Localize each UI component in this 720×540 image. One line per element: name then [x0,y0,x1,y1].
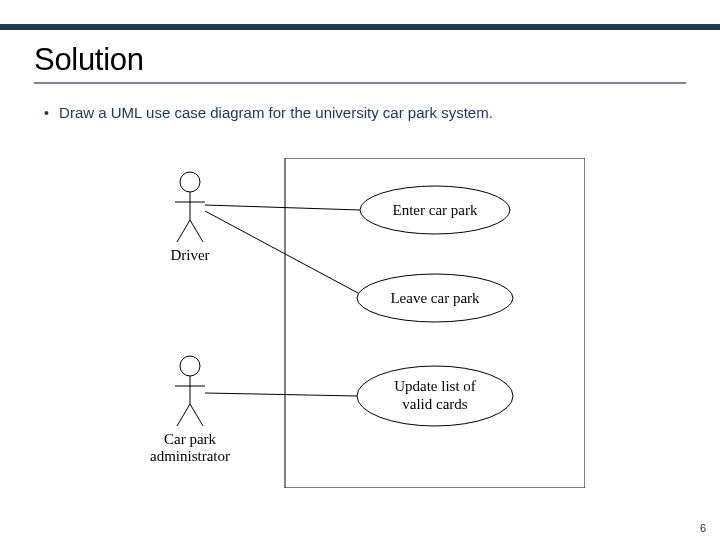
actor-admin-label-1: Car park [164,431,217,447]
actor-driver: Driver [170,172,209,263]
actor-driver-label: Driver [170,247,209,263]
actor-admin-label-2: administrator [150,448,230,464]
svg-point-0 [180,172,200,192]
actor-admin: Car park administrator [150,356,230,464]
svg-line-9 [190,404,203,426]
bullet-item: • Draw a UML use case diagram for the un… [44,104,720,121]
assoc-driver-leave [205,211,358,293]
page-number: 6 [700,522,706,534]
usecase-update-label-2: valid cards [402,396,468,412]
title-underline [34,82,686,84]
svg-point-5 [180,356,200,376]
usecase-enter-label: Enter car park [393,202,478,218]
usecase-leave-label: Leave car park [390,290,480,306]
accent-bar [0,24,720,30]
usecase-update-label-1: Update list of [394,378,476,394]
usecase-leave: Leave car park [357,274,513,322]
assoc-driver-enter [205,205,360,210]
bullet-text: Draw a UML use case diagram for the univ… [59,104,493,121]
page-title: Solution [34,42,720,78]
svg-line-8 [177,404,190,426]
usecase-enter: Enter car park [360,186,510,234]
uml-diagram: Driver Car park administrator Enter car … [135,158,585,488]
svg-line-3 [177,220,190,242]
svg-line-4 [190,220,203,242]
assoc-admin-update [205,393,357,396]
usecase-update: Update list of valid cards [357,366,513,426]
bullet-dot: • [44,105,49,121]
